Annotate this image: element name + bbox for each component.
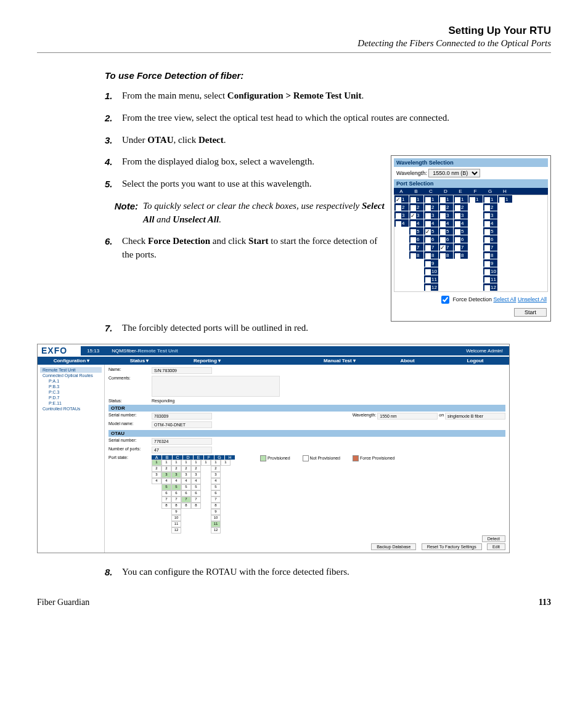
step-1: 1. From the main menu, select Configurat… [105,89,551,103]
port-state-cell: 5 [191,484,201,490]
tree-item[interactable]: P:C.3 [40,389,102,395]
port-checkbox[interactable]: 2 [424,203,439,211]
port-checkbox[interactable]: 5 [409,227,424,235]
edit-button[interactable]: Edit [487,543,505,550]
port-checkbox[interactable]: 12 [424,283,439,291]
port-checkbox[interactable]: 4 [439,219,454,227]
port-checkbox[interactable]: 4 [454,219,468,227]
port-checkbox[interactable]: 3 [394,211,409,219]
port-checkbox[interactable]: 6 [439,235,454,243]
port-checkbox[interactable]: 12 [483,283,498,291]
port-checkbox[interactable]: 1 [468,195,483,203]
menu-reporting[interactable]: Reporting ▾ [173,357,241,365]
port-checkbox[interactable]: 7 [439,243,454,251]
port-checkbox[interactable]: 4 [424,219,439,227]
detect-button[interactable]: Detect [482,535,505,542]
port-state-cell: 3 [161,472,171,478]
port-checkbox[interactable]: 6 [454,235,468,243]
port-state-grid: 1234123456781234567891011121234567812345… [152,460,235,533]
unselect-all-link[interactable]: Unselect All [518,296,547,302]
port-checkbox[interactable]: 8 [454,251,468,259]
port-state-cell: 3 [211,472,221,478]
tree-item[interactable]: P:A.1 [40,378,102,384]
port-checkbox[interactable]: 3 [454,211,468,219]
field-label: Port state: [108,455,152,460]
backup-button[interactable]: Backup Database [371,543,416,550]
start-button[interactable]: Start [514,308,547,317]
port-checkbox[interactable]: 1 [424,195,439,203]
port-checkbox[interactable]: 8 [483,251,498,259]
port-checkbox[interactable]: 4 [409,219,424,227]
port-checkbox[interactable]: 3 [483,211,498,219]
port-checkbox[interactable]: 2 [483,203,498,211]
tree-item[interactable]: P:B.3 [40,384,102,389]
menu-logout[interactable]: Logout [441,357,509,365]
port-checkbox[interactable]: 1 [454,195,468,203]
tree-root[interactable]: Remote Test Unit [40,367,102,373]
port-checkbox[interactable]: 7 [424,243,439,251]
text: , click [173,135,198,145]
port-checkbox[interactable]: 10 [483,267,498,275]
port-checkbox[interactable]: 7 [454,243,468,251]
reset-button[interactable]: Reset To Factory Settings [422,543,482,550]
port-checkbox[interactable]: 8 [439,251,454,259]
port-state-cell: 5 [171,484,181,490]
field-value: OTM-740-DNET [152,421,212,428]
port-checkbox[interactable]: 9 [483,259,498,267]
port-state-cell: 10 [211,515,221,521]
port-checkbox[interactable]: 9 [424,259,439,267]
port-checkbox[interactable]: 2 [454,203,468,211]
port-checkbox[interactable]: 4 [394,219,409,227]
menu-configuration[interactable]: Configuration ▾ [38,357,105,365]
port-checkbox[interactable]: 6 [424,235,439,243]
port-checkbox[interactable]: 5 [483,227,498,235]
step-number: 7. [105,322,122,335]
section-title: Detecting the Fibers Connected to the Op… [37,38,551,49]
field-label: Serial number: [108,413,152,417]
tree-group[interactable]: Controlled ROTAUs [40,406,102,412]
port-state-cell: 1 [211,460,221,466]
port-checkbox[interactable]: 8 [424,251,439,259]
port-checkbox[interactable]: 2 [409,203,424,211]
port-checkbox[interactable]: 4 [483,219,498,227]
port-checkbox[interactable]: 1 [394,195,409,203]
port-checkbox[interactable]: 1 [439,195,454,203]
port-checkbox[interactable]: 6 [483,235,498,243]
port-checkbox[interactable]: 2 [394,203,409,211]
chapter-title: Setting Up Your RTU [37,25,551,37]
force-detection-checkbox[interactable]: Force Detection [439,296,492,302]
port-state-cell: 3 [191,472,201,478]
port-checkbox[interactable]: 5 [424,227,439,235]
port-checkbox[interactable]: 8 [409,251,424,259]
menu-about[interactable]: About [374,357,441,365]
port-checkbox[interactable]: 3 [424,211,439,219]
wavelength-select[interactable]: 1550.0 nm (B) [428,169,480,177]
port-state-cell: 1 [201,460,211,466]
tree-item[interactable]: P:E.11 [40,400,102,406]
tree-group[interactable]: Connected Optical Routes [40,373,102,378]
port-checkbox[interactable]: 11 [483,275,498,283]
port-state-cell: 6 [211,490,221,497]
port-checkbox[interactable]: 6 [409,235,424,243]
port-checkbox[interactable]: 3 [409,211,424,219]
port-checkbox[interactable]: 1 [498,195,513,203]
menu-manual-test[interactable]: Manual Test ▾ [306,357,374,365]
port-checkbox[interactable]: 2 [439,203,454,211]
port-checkbox[interactable]: 7 [483,243,498,251]
port-checkbox[interactable]: 1 [483,195,498,203]
port-checkbox[interactable]: 1 [409,195,424,203]
select-all-link[interactable]: Select All [493,296,516,302]
field-label: Serial number: [108,438,152,442]
port-checkbox[interactable]: 5 [454,227,468,235]
comments-textarea[interactable] [152,376,280,397]
menu-status[interactable]: Status ▾ [105,357,173,365]
port-checkbox[interactable]: 10 [424,267,439,275]
port-checkbox[interactable]: 7 [409,243,424,251]
port-checkbox[interactable]: 3 [439,211,454,219]
port-state-cell: 1 [161,460,171,466]
tree-item[interactable]: P:D.7 [40,395,102,400]
port-state-cell: 8 [191,503,201,509]
port-state-cell: 6 [161,490,171,497]
port-checkbox[interactable]: 11 [424,275,439,283]
port-checkbox[interactable]: 5 [439,227,454,235]
